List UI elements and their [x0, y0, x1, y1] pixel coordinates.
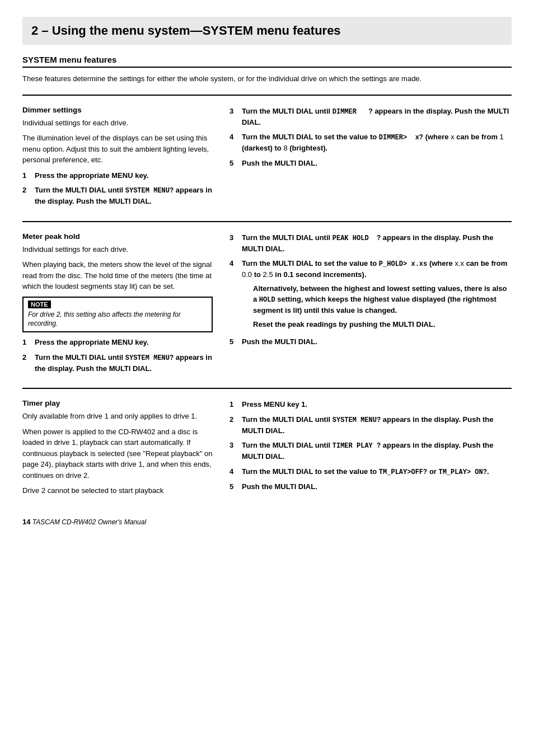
- meter-two-col: Meter peak hold Individual settings for …: [22, 232, 512, 378]
- timer-two-col: Timer play Only available from drive 1 a…: [22, 399, 512, 501]
- timer-step-1: 1 Press MENU key 1.: [229, 399, 512, 410]
- timer-body-3: Drive 2 cannot be selected to start play…: [22, 485, 213, 496]
- dimmer-section: Dimmer settings Individual settings for …: [22, 106, 512, 211]
- page-title: 2 – Using the menu system—SYSTEM menu fe…: [22, 17, 512, 45]
- meter-body-2: When playing back, the meters show the l…: [22, 259, 213, 292]
- timer-title: Timer play: [22, 399, 213, 407]
- footer-manual-text: TASCAM CD-RW402 Owner's Manual: [32, 518, 146, 526]
- dimmer-step-4: 4 Turn the MULTI DIAL to set the value t…: [229, 132, 512, 154]
- timer-step-5: 5 Push the MULTI DIAL.: [229, 481, 512, 492]
- timer-step-4: 4 Turn the MULTI DIAL to set the value t…: [229, 466, 512, 477]
- meter-step-4: 4 Turn the MULTI DIAL to set the value t…: [229, 258, 512, 332]
- timer-left: Timer play Only available from drive 1 a…: [22, 399, 213, 501]
- dimmer-step-2: 2 Turn the MULTI DIAL until SYSTEM MENU?…: [22, 185, 213, 207]
- dimmer-left: Dimmer settings Individual settings for …: [22, 106, 213, 211]
- divider-meter-timer: [22, 388, 512, 389]
- meter-step-1: 1 Press the appropriate MENU key.: [22, 337, 213, 348]
- dimmer-right: 3 Turn the MULTI DIAL until DIMMER ? app…: [229, 106, 512, 211]
- page-container: 2 – Using the menu system—SYSTEM menu fe…: [0, 0, 534, 548]
- meter-section: Meter peak hold Individual settings for …: [22, 232, 512, 378]
- meter-left: Meter peak hold Individual settings for …: [22, 232, 213, 378]
- dimmer-body-1: Individual settings for each drive.: [22, 118, 213, 129]
- section-title: SYSTEM menu features: [22, 55, 512, 68]
- meter-extra-1: Alternatively, between the highest and l…: [253, 283, 512, 316]
- timer-body-1: Only available from drive 1 and only app…: [22, 411, 213, 422]
- timer-right: 1 Press MENU key 1. 2 Turn the MULTI DIA…: [229, 399, 512, 501]
- meter-body-1: Individual settings for each drive.: [22, 244, 213, 255]
- meter-title: Meter peak hold: [22, 232, 213, 241]
- note-label: NOTE: [28, 300, 51, 308]
- meter-steps-left: 1 Press the appropriate MENU key. 2 Turn…: [22, 337, 213, 374]
- meter-extra-2: Reset the peak readings by pushing the M…: [253, 319, 512, 330]
- meter-step-2: 2 Turn the MULTI DIAL until SYSTEM MENU?…: [22, 352, 213, 374]
- meter-right: 3 Turn the MULTI DIAL until PEAK HOLD ? …: [229, 232, 512, 378]
- footer: 14 TASCAM CD-RW402 Owner's Manual: [22, 518, 512, 526]
- divider-top: [22, 95, 512, 96]
- dimmer-step-3: 3 Turn the MULTI DIAL until DIMMER ? app…: [229, 106, 512, 128]
- timer-step-3: 3 Turn the MULTI DIAL until TIMER PLAY ?…: [229, 440, 512, 462]
- note-text: For drive 2, this setting also affects t…: [28, 310, 207, 329]
- timer-steps-right: 1 Press MENU key 1. 2 Turn the MULTI DIA…: [229, 399, 512, 492]
- dimmer-two-col: Dimmer settings Individual settings for …: [22, 106, 512, 211]
- meter-steps-right: 3 Turn the MULTI DIAL until PEAK HOLD ? …: [229, 232, 512, 348]
- meter-step-3: 3 Turn the MULTI DIAL until PEAK HOLD ? …: [229, 232, 512, 255]
- intro-text: These features determine the settings fo…: [22, 73, 512, 84]
- dimmer-body-2: The illumination level of the displays c…: [22, 133, 213, 166]
- dimmer-steps-right: 3 Turn the MULTI DIAL until DIMMER ? app…: [229, 106, 512, 169]
- meter-step-5: 5 Push the MULTI DIAL.: [229, 336, 512, 348]
- note-box: NOTE For drive 2, this setting also affe…: [22, 297, 213, 333]
- dimmer-step-1: 1 Press the appropriate MENU key.: [22, 170, 213, 181]
- footer-page-num: 14: [22, 518, 30, 526]
- timer-section: Timer play Only available from drive 1 a…: [22, 399, 512, 501]
- dimmer-steps-left: 1 Press the appropriate MENU key. 2 Turn…: [22, 170, 213, 207]
- timer-body-2: When power is applied to the CD-RW402 an…: [22, 426, 213, 481]
- divider-dimmer-meter: [22, 221, 512, 222]
- dimmer-step-5: 5 Push the MULTI DIAL.: [229, 158, 512, 169]
- dimmer-title: Dimmer settings: [22, 106, 213, 114]
- timer-step-2: 2 Turn the MULTI DIAL until SYSTEM MENU?…: [229, 414, 512, 436]
